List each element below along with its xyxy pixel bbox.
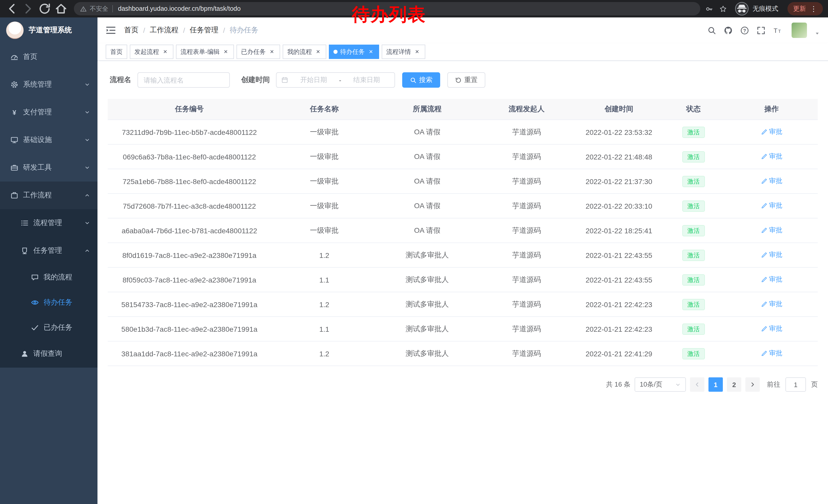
- fullscreen-icon[interactable]: [757, 26, 765, 35]
- tab-process-detail[interactable]: 流程详情×: [382, 45, 425, 59]
- logo[interactable]: 芋道管理系统: [0, 17, 97, 43]
- breadcrumb-item[interactable]: 工作流程: [150, 26, 178, 35]
- key-icon[interactable]: [705, 5, 713, 12]
- edit-icon: [761, 202, 768, 209]
- forward-icon[interactable]: [22, 2, 35, 15]
- close-icon[interactable]: ×: [222, 48, 229, 55]
- app-shell: 芋道管理系统 首页系统管理¥支付管理基础设施研发工具工作流程流程管理任务管理我的…: [0, 17, 828, 504]
- approve-link[interactable]: 审批: [761, 127, 782, 137]
- date-range-picker[interactable]: 开始日期 - 结束日期: [276, 72, 395, 88]
- tab-my-process[interactable]: 我的流程×: [283, 45, 326, 59]
- approve-link[interactable]: 审批: [761, 349, 782, 358]
- sidebar-fold-icon[interactable]: [106, 25, 116, 35]
- approve-link[interactable]: 审批: [761, 250, 782, 260]
- sidebar-item-todo-task[interactable]: 待办任务: [0, 290, 97, 315]
- search-button[interactable]: 搜索: [402, 72, 440, 88]
- sidebar-item-home[interactable]: 首页: [0, 43, 97, 71]
- cell-action: 审批: [726, 218, 818, 243]
- cell-status: 激活: [662, 243, 726, 267]
- caret-down-icon[interactable]: [815, 31, 820, 36]
- sidebar-item-done-task[interactable]: 已办任务: [0, 315, 97, 340]
- warning-icon: [80, 5, 87, 12]
- edit-icon: [761, 350, 768, 357]
- sidebar-item-payment[interactable]: ¥支付管理: [0, 98, 97, 126]
- approve-link[interactable]: 审批: [761, 152, 782, 161]
- tab-todo-task[interactable]: 待办任务×: [329, 45, 379, 59]
- close-icon[interactable]: ×: [315, 48, 322, 55]
- kebab-menu-icon[interactable]: ⋮: [810, 5, 817, 12]
- approve-link-label: 审批: [769, 324, 782, 333]
- tab-form-edit[interactable]: 流程表单-编辑×: [176, 45, 234, 59]
- status-badge: 激活: [682, 249, 705, 261]
- page-number-group: 12: [708, 377, 741, 392]
- prev-page-button[interactable]: [690, 377, 704, 392]
- cell-initiator: 芋道源码: [477, 341, 576, 366]
- approve-link[interactable]: 审批: [761, 300, 782, 309]
- home-icon[interactable]: [54, 2, 68, 15]
- back-icon[interactable]: [5, 2, 18, 15]
- cell-created: 2022-01-21 22:43:55: [576, 243, 662, 267]
- active-tab-dot: [333, 50, 338, 54]
- close-icon[interactable]: ×: [162, 48, 169, 55]
- sidebar-item-system[interactable]: 系统管理: [0, 71, 97, 98]
- annotation-overlay: 待办列表: [352, 5, 426, 23]
- cell-action: 审批: [726, 341, 818, 366]
- approve-link[interactable]: 审批: [761, 177, 782, 186]
- github-icon[interactable]: [724, 26, 733, 35]
- tab-label: 流程表单-编辑: [180, 47, 219, 56]
- close-icon[interactable]: ×: [367, 48, 374, 55]
- cell-process: OA 请假: [378, 193, 477, 218]
- cell-process: OA 请假: [378, 120, 477, 144]
- yen-icon: ¥: [10, 108, 18, 117]
- reset-button[interactable]: 重置: [447, 72, 485, 88]
- breadcrumb-item[interactable]: 任务管理: [190, 26, 218, 35]
- sidebar-item-process-mgmt[interactable]: 流程管理: [0, 209, 97, 237]
- url-text[interactable]: dashboard.yudao.iocoder.cn/bpm/task/todo: [118, 5, 241, 12]
- font-size-icon[interactable]: TT: [773, 26, 782, 35]
- approve-link[interactable]: 审批: [761, 275, 782, 284]
- approve-link-label: 审批: [769, 300, 782, 309]
- page-size-select[interactable]: 10条/页: [634, 377, 686, 392]
- sidebar-item-workflow[interactable]: 工作流程: [0, 182, 97, 209]
- sidebar-item-label: 请假查询: [33, 349, 62, 358]
- arrow-right-icon: [749, 381, 756, 387]
- refresh-icon[interactable]: [38, 2, 51, 15]
- update-button[interactable]: 更新 ⋮: [787, 2, 823, 15]
- search-icon[interactable]: [707, 26, 716, 35]
- page-2-button[interactable]: 2: [727, 377, 741, 392]
- next-page-button[interactable]: [745, 377, 760, 392]
- sidebar-item-leave-query[interactable]: 请假查询: [0, 340, 97, 368]
- cell-id: 8f059c03-7ac8-11ec-a9e2-a2380e71991a: [108, 267, 271, 292]
- sidebar-item-devtools[interactable]: 研发工具: [0, 154, 97, 182]
- table-row: 069c6a63-7b8a-11ec-8ef0-acde48001122一级审批…: [108, 144, 818, 169]
- close-icon[interactable]: ×: [268, 48, 276, 55]
- approve-link[interactable]: 审批: [761, 226, 782, 235]
- status-badge: 激活: [682, 274, 705, 285]
- sidebar-item-my-process[interactable]: 我的流程: [0, 265, 97, 290]
- tab-done-task[interactable]: 已办任务×: [237, 45, 280, 59]
- approve-link-label: 审批: [769, 177, 782, 186]
- tab-home[interactable]: 首页: [106, 45, 127, 59]
- breadcrumb-item[interactable]: 首页: [124, 26, 138, 35]
- avatar[interactable]: [792, 22, 807, 38]
- cell-name: 一级审批: [271, 144, 378, 169]
- goto-page-input[interactable]: [785, 377, 806, 392]
- sidebar-item-infra[interactable]: 基础设施: [0, 126, 97, 154]
- security-label: 不安全: [90, 4, 108, 13]
- approve-link[interactable]: 审批: [761, 201, 782, 211]
- check-icon: [31, 323, 39, 331]
- help-icon[interactable]: ?: [740, 26, 749, 35]
- status-badge: 激活: [682, 176, 705, 187]
- sidebar-item-label: 支付管理: [23, 108, 52, 117]
- svg-text:?: ?: [743, 28, 746, 33]
- approve-link[interactable]: 审批: [761, 324, 782, 333]
- table-header-row: 任务编号任务名称所属流程流程发起人创建时间状态操作: [108, 99, 818, 120]
- star-icon[interactable]: [719, 5, 727, 12]
- sidebar-item-task-mgmt[interactable]: 任务管理: [0, 237, 97, 265]
- edit-icon: [761, 326, 768, 332]
- page-1-button[interactable]: 1: [708, 377, 723, 392]
- update-label: 更新: [793, 4, 806, 13]
- tab-start-process[interactable]: 发起流程×: [130, 45, 173, 59]
- process-name-input[interactable]: [137, 72, 230, 88]
- close-icon[interactable]: ×: [413, 48, 421, 55]
